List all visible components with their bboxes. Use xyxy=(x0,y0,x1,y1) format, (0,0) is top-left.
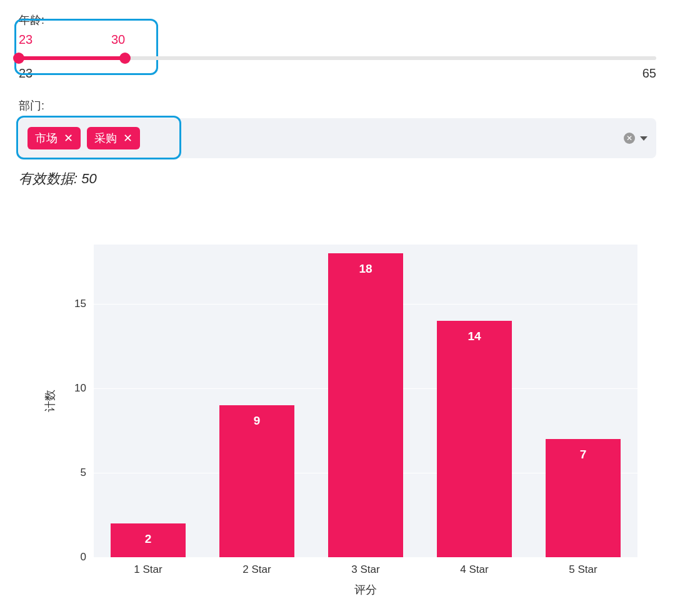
dept-tag-label: 市场 xyxy=(35,131,58,146)
slider-handle-high[interactable] xyxy=(119,53,131,64)
bar-value-label: 9 xyxy=(254,414,261,428)
bar[interactable]: 14 xyxy=(437,321,512,557)
close-icon[interactable]: ✕ xyxy=(64,133,73,144)
age-label: 年龄: xyxy=(19,13,656,28)
x-tick: 2 Star xyxy=(242,563,271,576)
gridline xyxy=(94,557,638,558)
age-high-value: 30 xyxy=(111,33,125,47)
y-axis-label: 计数 xyxy=(42,390,58,412)
dept-tag[interactable]: 采购✕ xyxy=(87,127,140,149)
x-tick: 1 Star xyxy=(134,563,162,576)
valid-data-text: 有效数据: 50 xyxy=(19,169,656,188)
slider-min: 23 xyxy=(19,66,32,81)
chevron-down-icon[interactable] xyxy=(640,136,648,141)
x-tick: 4 Star xyxy=(460,563,488,576)
bar[interactable]: 2 xyxy=(111,523,186,557)
slider-handle-low[interactable] xyxy=(13,53,24,64)
bar[interactable]: 9 xyxy=(219,405,294,557)
y-tick: 10 xyxy=(74,382,86,395)
dept-label: 部门: xyxy=(19,98,656,113)
bar-value-label: 7 xyxy=(580,448,587,462)
y-tick: 0 xyxy=(81,551,86,563)
bar[interactable]: 18 xyxy=(328,253,403,557)
age-slider[interactable]: 23 30 23 65 xyxy=(19,33,656,81)
x-axis-label: 评分 xyxy=(94,582,638,597)
clear-all-icon[interactable]: ✕ xyxy=(624,133,635,144)
slider-max: 65 xyxy=(642,66,656,81)
age-low-value: 23 xyxy=(19,33,32,47)
dept-tag-label: 采购 xyxy=(94,131,117,146)
slider-range xyxy=(19,56,125,60)
dept-tag[interactable]: 市场✕ xyxy=(28,127,81,149)
bar-value-label: 2 xyxy=(145,532,152,546)
bar-value-label: 18 xyxy=(359,262,372,276)
slider-track[interactable] xyxy=(19,56,656,60)
x-tick: 5 Star xyxy=(569,563,597,576)
dept-multiselect[interactable]: 市场✕采购✕ ✕ xyxy=(19,118,656,158)
bar[interactable]: 7 xyxy=(546,439,621,557)
bar-value-label: 14 xyxy=(468,330,481,343)
close-icon[interactable]: ✕ xyxy=(123,133,132,144)
x-tick: 3 Star xyxy=(351,563,379,576)
y-tick: 5 xyxy=(81,467,86,479)
rating-bar-chart: 051015 计数 2918147 1 Star2 Star3 Star4 St… xyxy=(19,245,650,595)
y-tick: 15 xyxy=(74,298,86,310)
